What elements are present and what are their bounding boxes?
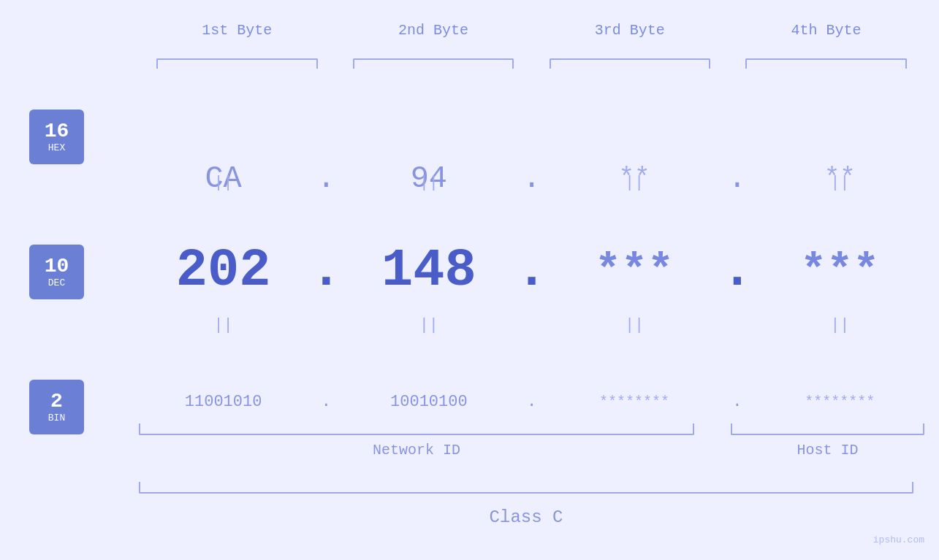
dec-byte4: ***	[756, 246, 924, 296]
col-header-2: 2nd Byte	[335, 22, 532, 39]
host-id-label: Host ID	[731, 442, 924, 459]
bracket-3	[532, 58, 729, 69]
eq-b3: ||	[550, 316, 719, 334]
eq-2: ||	[344, 174, 513, 192]
class-bracket	[139, 482, 913, 494]
main-page: 1st Byte 2nd Byte 3rd Byte 4th Byte 16 H…	[0, 0, 939, 560]
bin-dot3: .	[719, 393, 756, 411]
column-headers: 1st Byte 2nd Byte 3rd Byte 4th Byte	[139, 22, 924, 39]
dec-dot1: .	[308, 241, 344, 301]
bin-byte1: 11001010	[139, 393, 308, 411]
col-header-1: 1st Byte	[139, 22, 335, 39]
col-header-3: 3rd Byte	[532, 22, 729, 39]
bin-dot1: .	[308, 393, 344, 411]
dec-byte1: 202	[139, 241, 308, 301]
dec-name: DEC	[48, 277, 65, 288]
dec-badge: 10 DEC	[29, 245, 84, 299]
bin-byte2: 10010100	[344, 393, 513, 411]
id-labels: Network ID Host ID	[139, 442, 924, 459]
base-labels: 16 HEX 10 DEC 2 BIN	[29, 110, 84, 434]
dec-dot3: .	[719, 241, 756, 301]
eq-1: ||	[139, 174, 308, 192]
bracket-2	[335, 58, 532, 69]
bottom-brackets	[139, 423, 924, 435]
dec-byte2: 148	[344, 241, 513, 301]
bin-row: 11001010 . 10010100 . ******** . *******…	[139, 378, 924, 426]
network-id-label: Network ID	[139, 442, 694, 459]
bin-byte4: ********	[756, 394, 924, 410]
eq-b1: ||	[139, 316, 308, 334]
dec-dot2: .	[514, 241, 550, 301]
host-bracket	[731, 423, 924, 435]
bin-byte3: ********	[550, 394, 719, 410]
eq-b2: ||	[344, 316, 513, 334]
bin-badge: 2 BIN	[29, 380, 84, 434]
eq-4: ||	[756, 174, 924, 192]
network-bracket	[139, 423, 694, 435]
dec-byte3: ***	[550, 246, 719, 296]
hex-name: HEX	[48, 142, 65, 153]
equals-hex-dec: || || || ||	[139, 174, 924, 192]
top-brackets	[139, 58, 924, 69]
class-c-label: Class C	[139, 507, 913, 527]
bracket-1	[139, 58, 335, 69]
eq-3: ||	[550, 174, 719, 192]
bin-number: 2	[50, 391, 63, 413]
hex-number: 16	[45, 120, 69, 143]
dec-number: 10	[45, 256, 69, 278]
bin-dot2: .	[514, 393, 550, 411]
bracket-4	[728, 58, 924, 69]
col-header-4: 4th Byte	[728, 22, 924, 39]
bin-name: BIN	[48, 413, 65, 423]
equals-dec-bin: || || || ||	[139, 316, 924, 334]
dec-row: 202 . 148 . *** . ***	[139, 236, 924, 305]
watermark: ipshu.com	[873, 534, 924, 545]
eq-b4: ||	[756, 316, 924, 334]
hex-badge: 16 HEX	[29, 110, 84, 164]
